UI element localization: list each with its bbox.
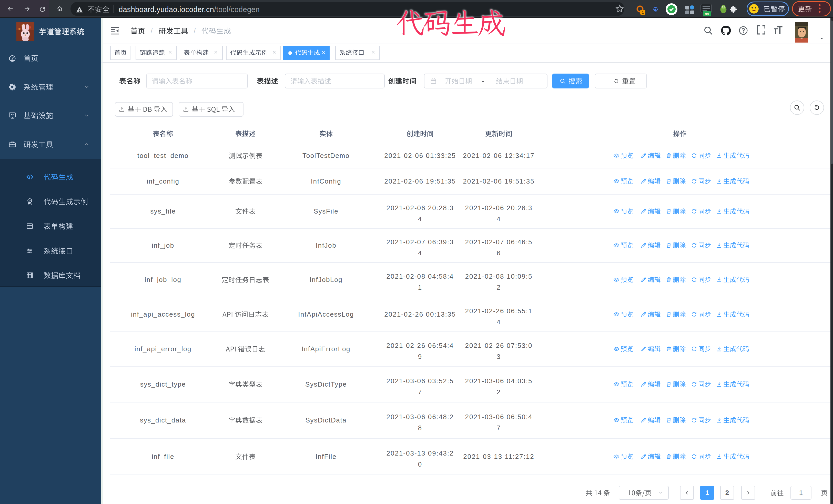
svg-text:1: 1 <box>642 10 644 14</box>
svg-text:on: on <box>705 12 709 16</box>
